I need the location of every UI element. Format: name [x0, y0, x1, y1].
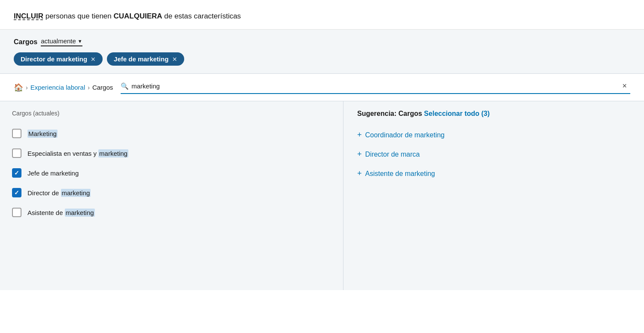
- right-panel: Sugerencia: Cargos Seleccionar todo (3) …: [343, 101, 644, 290]
- page-wrapper: INCLUIR personas que tienen CUALQUIERA d…: [0, 0, 644, 333]
- breadcrumb-sep-2: ›: [88, 84, 90, 91]
- search-icon: 🔍: [121, 82, 129, 90]
- suggestion-director-marca-label: Director de marca: [365, 151, 420, 158]
- include-text-2: personas que tienen: [43, 12, 114, 20]
- tag-director-remove[interactable]: ✕: [91, 56, 96, 63]
- asistente-marketing-highlight: marketing: [65, 209, 95, 217]
- tag-jefe-remove[interactable]: ✕: [172, 56, 177, 63]
- tag-director-label: Director de marketing: [21, 55, 87, 63]
- item-director-label: Director de marketing: [27, 189, 91, 197]
- breadcrumb: 🏠 › Experiencia laboral › Cargos 🔍 ×: [14, 81, 630, 94]
- search-input[interactable]: [131, 82, 613, 91]
- actualmente-label: actualmente: [41, 37, 76, 45]
- item-asistente-label: Asistente de marketing: [27, 209, 95, 216]
- suggestion-prefix: Sugerencia: Cargos: [357, 110, 424, 117]
- plus-icon-coordinador: +: [357, 130, 362, 139]
- left-panel-label: Cargos (actuales): [12, 110, 331, 117]
- checkbox-director[interactable]: [12, 188, 21, 197]
- content-area: Cargos (actuales) Marketing Especialista…: [0, 101, 644, 290]
- cargos-label: Cargos: [14, 38, 37, 46]
- especialista-marketing-highlight: marketing: [98, 149, 128, 157]
- search-input-wrapper: 🔍 ×: [121, 81, 630, 94]
- breadcrumb-experiencia[interactable]: Experiencia laboral: [30, 84, 85, 91]
- search-section: 🏠 › Experiencia laboral › Cargos 🔍 ×: [0, 74, 644, 101]
- breadcrumb-sep-1: ›: [26, 84, 28, 91]
- actualmente-dropdown[interactable]: actualmente ▼: [41, 37, 82, 46]
- checkbox-especialista[interactable]: [12, 148, 21, 158]
- list-item-marketing[interactable]: Marketing: [12, 124, 331, 143]
- suggestion-header: Sugerencia: Cargos Seleccionar todo (3): [357, 110, 630, 118]
- suggestion-asistente[interactable]: + Asistente de marketing: [357, 164, 630, 183]
- director-marketing-highlight: marketing: [61, 189, 91, 197]
- marketing-highlight: Marketing: [27, 130, 58, 138]
- item-marketing-label: Marketing: [27, 130, 58, 137]
- list-item-asistente[interactable]: Asistente de marketing: [12, 203, 331, 222]
- suggestion-coordinador[interactable]: + Coordinador de marketing: [357, 125, 630, 145]
- select-all-link[interactable]: Seleccionar todo (3): [424, 110, 490, 117]
- list-item-jefe[interactable]: Jefe de marketing: [12, 163, 331, 183]
- list-item-especialista[interactable]: Especialista en ventas y marketing: [12, 143, 331, 163]
- item-jefe-label: Jefe de marketing: [27, 170, 79, 177]
- cargos-label-row: Cargos actualmente ▼: [14, 37, 630, 46]
- plus-icon-director-marca: +: [357, 150, 362, 159]
- plus-icon-asistente: +: [357, 169, 362, 178]
- tags-row: Director de marketing ✕ Jefe de marketin…: [14, 52, 630, 66]
- include-keyword: INCLUIR: [14, 12, 43, 20]
- tag-jefe-label: Jefe de marketing: [114, 55, 169, 63]
- tag-jefe-marketing[interactable]: Jefe de marketing ✕: [107, 52, 184, 66]
- home-icon[interactable]: 🏠: [14, 83, 23, 92]
- checkbox-jefe[interactable]: [12, 168, 21, 178]
- include-text: INCLUIR personas que tienen CUALQUIERA d…: [14, 12, 630, 21]
- include-header: INCLUIR personas que tienen CUALQUIERA d…: [0, 0, 644, 30]
- checkbox-marketing[interactable]: [12, 129, 21, 138]
- include-text-4: de estas características: [162, 12, 241, 20]
- search-clear-icon[interactable]: ×: [619, 81, 630, 91]
- cargos-section: Cargos actualmente ▼ Director de marketi…: [0, 30, 644, 74]
- item-especialista-label: Especialista en ventas y marketing: [27, 150, 128, 157]
- list-item-director[interactable]: Director de marketing: [12, 183, 331, 203]
- checkbox-asistente[interactable]: [12, 208, 21, 217]
- left-panel: Cargos (actuales) Marketing Especialista…: [0, 101, 343, 290]
- dropdown-arrow-icon: ▼: [78, 39, 82, 44]
- tag-director-marketing[interactable]: Director de marketing ✕: [14, 52, 103, 66]
- suggestion-coordinador-label: Coordinador de marketing: [365, 131, 445, 139]
- suggestion-director-marca[interactable]: + Director de marca: [357, 145, 630, 164]
- suggestion-asistente-label: Asistente de marketing: [365, 170, 435, 178]
- cualquiera-keyword: CUALQUIERA: [113, 12, 162, 20]
- breadcrumb-cargos: Cargos: [92, 84, 113, 91]
